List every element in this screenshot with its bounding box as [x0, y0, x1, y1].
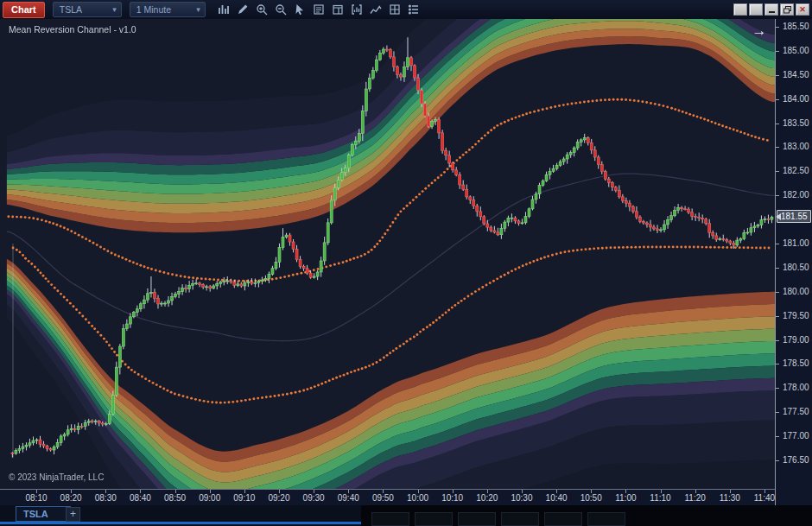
- time-tick-label: 11:00: [610, 493, 641, 503]
- price-tick: [776, 75, 779, 76]
- price-tick-label: 178.00: [783, 383, 809, 392]
- chart-tab[interactable]: Chart: [3, 2, 45, 18]
- price-tick: [776, 99, 779, 100]
- ninjatrader-window: Chart TSLA ▾ 1 Minute ▾: [0, 0, 812, 526]
- restore-icon[interactable]: [780, 3, 794, 16]
- time-tick-label: 09:20: [263, 493, 295, 503]
- time-axis[interactable]: 08:1008:2008:3008:4008:5009:0009:1009:20…: [0, 489, 775, 506]
- data-box-icon[interactable]: [311, 2, 327, 17]
- price-tick: [776, 412, 779, 413]
- last-price-value: 181.55: [781, 212, 808, 221]
- time-tick-label: 10:40: [541, 493, 572, 503]
- time-tick-label: 08:10: [21, 493, 52, 503]
- price-tick: [776, 340, 779, 341]
- scroll-to-latest-button[interactable]: →: [748, 22, 771, 41]
- time-tick-label: 11:40: [749, 493, 780, 503]
- time-tick-label: 11:30: [714, 493, 745, 503]
- minimize-icon[interactable]: [764, 3, 778, 16]
- chevron-down-icon: ▾: [112, 5, 117, 14]
- price-tick-label: 179.00: [783, 335, 809, 345]
- time-tick-label: 09:50: [367, 493, 398, 503]
- time-tick-label: 08:20: [55, 493, 86, 503]
- price-tick-label: 185.50: [783, 22, 809, 31]
- symbol-value: TSLA: [60, 4, 82, 15]
- price-tick: [776, 171, 779, 172]
- price-tick-label: 180.50: [783, 263, 809, 272]
- time-tick-label: 08:40: [124, 493, 155, 503]
- draw-icon[interactable]: [235, 2, 251, 17]
- close-icon[interactable]: ✕: [796, 3, 809, 16]
- indicators-icon[interactable]: [368, 2, 384, 17]
- price-tick: [776, 388, 779, 389]
- time-tick-label: 10:30: [506, 493, 537, 503]
- time-tick-label: 10:50: [575, 493, 606, 503]
- chart-region-icon[interactable]: [349, 2, 365, 17]
- price-tick: [776, 460, 779, 461]
- price-tick-label: 182.50: [783, 166, 809, 175]
- grid-icon[interactable]: [387, 2, 403, 17]
- price-tick-label: 179.50: [783, 311, 809, 320]
- cursor-icon[interactable]: [292, 2, 308, 17]
- price-tick-label: 177.00: [783, 431, 809, 440]
- price-tick: [776, 51, 779, 52]
- price-tick-label: 176.50: [783, 455, 809, 465]
- price-tick: [776, 316, 779, 317]
- indicator-label: Mean Reversion Channel - v1.0: [9, 24, 136, 35]
- price-tick: [776, 27, 779, 28]
- price-tick-label: 182.00: [783, 190, 809, 200]
- price-tick: [776, 436, 779, 437]
- chevron-down-icon: ▾: [196, 5, 200, 14]
- interval-value: 1 Minute: [136, 4, 171, 15]
- taskbar-strip: [361, 505, 812, 526]
- price-tick: [776, 124, 779, 124]
- price-tick: [776, 292, 779, 293]
- price-tick-label: 181.00: [783, 238, 809, 248]
- window-button-blank[interactable]: [733, 3, 747, 16]
- price-tick-label: 178.50: [783, 358, 809, 368]
- price-tick: [776, 195, 779, 196]
- symbol-dropdown[interactable]: TSLA ▾: [53, 2, 122, 17]
- price-tick-label: 185.00: [783, 46, 809, 55]
- price-tick-label: 177.50: [783, 407, 809, 416]
- time-tick-label: 09:30: [298, 493, 329, 503]
- copyright-label: © 2023 NinjaTrader, LLC: [9, 472, 104, 482]
- price-tick-label: 184.50: [783, 70, 809, 79]
- panels-icon[interactable]: [330, 2, 346, 17]
- window-button-blank[interactable]: [749, 3, 763, 16]
- interval-dropdown[interactable]: 1 Minute ▾: [130, 2, 206, 17]
- tab-tsla[interactable]: TSLA: [16, 506, 71, 522]
- toolbar: Chart TSLA ▾ 1 Minute ▾: [0, 0, 812, 20]
- price-tick: [776, 268, 779, 269]
- time-tick-label: 09:40: [333, 493, 364, 503]
- time-tick-label: 08:30: [90, 493, 121, 503]
- properties-icon[interactable]: [406, 2, 422, 17]
- price-tick-label: 183.00: [783, 142, 809, 151]
- price-tick: [776, 244, 779, 244]
- time-tick-label: 09:00: [194, 493, 225, 503]
- toolbar-icons: [216, 2, 422, 17]
- time-tick-label: 11:20: [680, 493, 711, 503]
- zoom-out-icon[interactable]: [273, 2, 289, 17]
- last-price-marker: 181.55: [777, 210, 811, 223]
- time-tick-label: 08:50: [160, 493, 191, 503]
- bar-type-icon[interactable]: [216, 2, 232, 17]
- time-tick-label: 10:10: [437, 493, 468, 503]
- time-tick-label: 10:20: [472, 493, 503, 503]
- add-tab-button[interactable]: +: [66, 507, 80, 522]
- price-tick-label: 183.50: [783, 118, 809, 128]
- window-controls: ✕: [733, 3, 809, 16]
- price-tick-label: 180.00: [783, 287, 809, 296]
- time-tick-label: 11:10: [645, 493, 676, 503]
- window-accent-line: [0, 522, 361, 524]
- zoom-in-icon[interactable]: [254, 2, 270, 17]
- price-axis[interactable]: 185.50185.00184.50184.00183.50183.00182.…: [775, 19, 812, 505]
- time-tick-label: 10:00: [403, 493, 434, 503]
- price-chart-canvas[interactable]: [0, 19, 775, 489]
- price-tick-label: 184.00: [783, 94, 809, 104]
- price-tick: [776, 147, 779, 148]
- price-tick: [776, 364, 779, 364]
- time-tick-label: 09:10: [229, 493, 260, 503]
- tab-bar: TSLA +: [0, 505, 361, 522]
